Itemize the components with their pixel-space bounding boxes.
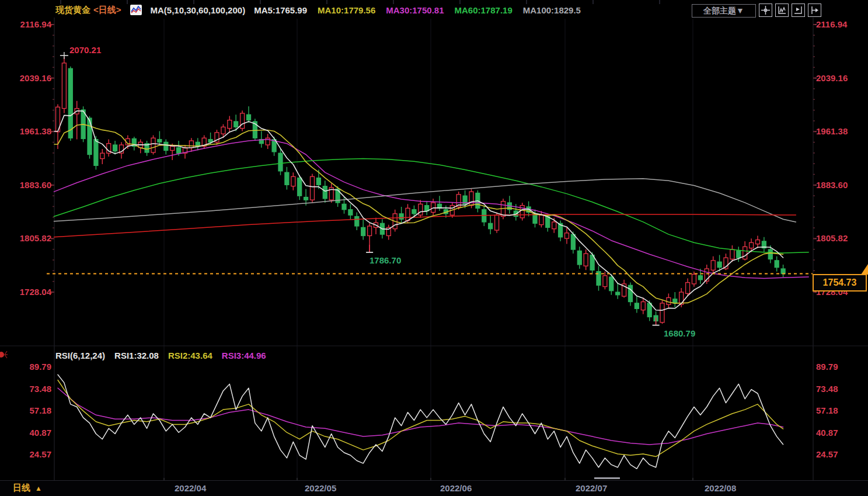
candle-body: [234, 122, 238, 127]
candle-body: [100, 153, 104, 158]
candle-body: [660, 303, 664, 322]
time-axis-label: 2022/05: [305, 483, 336, 493]
rsi-line-RSI3: [58, 388, 783, 445]
candle-body: [406, 208, 410, 220]
ma-values-row: MA5:1765.99MA10:1779.56MA30:1750.81MA60:…: [254, 5, 581, 15]
candle-body: [419, 204, 423, 215]
candle-body: [730, 249, 734, 259]
candle-body: [469, 192, 473, 206]
candle-body: [635, 303, 639, 308]
candle-body: [177, 148, 181, 153]
candle-body: [62, 63, 66, 109]
rsi-axis-label-left: 73.48: [0, 384, 51, 394]
candle-body: [571, 234, 575, 249]
candle-body: [489, 223, 493, 228]
candle-body: [539, 215, 543, 224]
candle-body: [686, 283, 690, 294]
price-axis-label-left: 2039.16: [0, 73, 51, 84]
candle-body: [278, 153, 283, 171]
right-axis-chart-icon[interactable]: [792, 4, 805, 17]
pan-right-icon[interactable]: [808, 4, 821, 17]
candle-body: [603, 276, 607, 287]
candle-body: [164, 142, 168, 150]
candle-body: [750, 242, 754, 248]
price-axis-label-left: 1961.38: [0, 126, 51, 137]
candle-body: [311, 176, 315, 200]
candle-body: [247, 115, 251, 120]
rsi-axis-label-right: 73.48: [816, 384, 838, 394]
candle-body: [737, 251, 741, 258]
red-alert-dot-icon[interactable]: [0, 352, 4, 358]
candle-body: [552, 222, 556, 229]
rsi-value: RSI2:43.64: [168, 351, 212, 360]
price-axis-label-right: 2039.16: [816, 73, 848, 84]
swing-low-annotation: 1786.70: [369, 255, 401, 265]
candle-body: [368, 226, 372, 235]
period-tag[interactable]: <日线>: [93, 5, 121, 16]
price-axis-label-left: 1728.04: [0, 287, 51, 297]
rsi-axis-label-left: 89.79: [0, 362, 51, 372]
candle-body: [698, 276, 702, 280]
rsi-line-RSI2: [58, 380, 783, 457]
candle-body: [692, 274, 696, 283]
ma-value: MA5:1765.99: [254, 5, 307, 15]
time-axis-label: 2022/04: [175, 483, 206, 493]
candle-body: [565, 233, 569, 238]
candle-body: [768, 249, 772, 259]
price-axis-label-right: 1883.60: [816, 180, 848, 190]
candle-body: [221, 127, 225, 134]
left-axis-chart-icon[interactable]: [775, 4, 789, 17]
candle-body: [412, 210, 416, 214]
up-arrow-icon: ▲: [35, 484, 42, 492]
period-tab-daily[interactable]: 日线 ▲: [13, 483, 42, 494]
rsi-value: RSI1:32.08: [114, 351, 159, 360]
high-price-annotation: 2070.21: [69, 45, 101, 55]
candle-body: [361, 227, 365, 235]
ma-value: MA30:1750.81: [386, 5, 444, 15]
candle-body: [88, 118, 92, 154]
candle-body: [616, 292, 620, 295]
rsi-values-row: RSI1:32.08RSI2:43.64RSI3:44.96: [114, 351, 266, 360]
candle-body: [113, 145, 117, 151]
candle-body: [323, 186, 327, 199]
candle-body: [240, 113, 245, 129]
price-axis-label-right: 2116.94: [816, 19, 847, 30]
symbol-name[interactable]: 现货黄金: [55, 5, 90, 16]
candle-body: [158, 140, 162, 143]
candle-body: [399, 214, 403, 219]
last-price-box: 1754.73: [813, 274, 867, 292]
time-axis-label: 2022/08: [705, 483, 736, 493]
ma-value: MA100:1829.5: [523, 5, 581, 15]
candle-body: [629, 285, 633, 301]
candle-body: [717, 262, 721, 267]
candle-body: [584, 254, 588, 266]
move-crosshair-icon[interactable]: [759, 4, 772, 17]
ma-settings-label: MA(5,10,30,60,100,200): [151, 5, 246, 15]
chart-canvas[interactable]: [0, 0, 868, 496]
candle-body: [170, 146, 175, 150]
rsi-value: RSI3:44.96: [222, 351, 266, 360]
rsi-axis-label-right: 57.18: [816, 405, 838, 416]
candle-body: [495, 215, 499, 230]
candle-body: [546, 217, 550, 228]
candle-body: [304, 197, 308, 200]
period-tab-label: 日线: [13, 483, 30, 494]
chart-header: 现货黄金 <日线> MA(5,10,30,60,100,200) MA5:176…: [55, 4, 581, 16]
price-axis-label-right: 1961.38: [816, 126, 848, 137]
rsi-axis-label-right: 40.87: [816, 428, 838, 438]
low-price-annotation: 1680.79: [664, 328, 695, 338]
candle-body: [94, 140, 98, 166]
ma-line-MA100: [54, 179, 796, 222]
time-axis-bar[interactable]: [0, 480, 868, 496]
candle-body: [342, 204, 346, 209]
all-themes-button[interactable]: 全部主题▼: [692, 4, 756, 18]
candle-body: [208, 140, 212, 143]
price-axis-label-left: 1883.60: [0, 180, 51, 190]
candle-body: [285, 172, 289, 185]
line-chart-icon[interactable]: [130, 5, 142, 15]
rsi-axis-label-left: 57.18: [0, 405, 51, 416]
time-scroll-thumb[interactable]: [594, 477, 620, 479]
candle-body: [316, 178, 320, 185]
candle-body: [348, 210, 353, 215]
toolbar-icons: [759, 4, 821, 17]
